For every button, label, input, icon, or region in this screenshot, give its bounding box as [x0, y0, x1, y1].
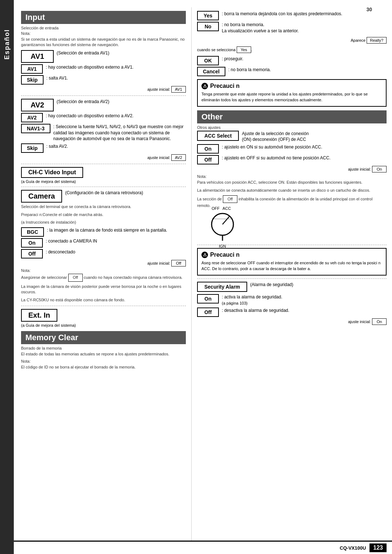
acc-on-label: On	[197, 144, 219, 154]
page-number-top: 30	[366, 7, 372, 12]
av1-desc: (Selección de entrada AV1)	[57, 50, 186, 56]
right-column: Yes : borra la memoria dejándola con los…	[192, 7, 392, 541]
camera-desc-0: : la imagen de la cámara de fondo está s…	[47, 227, 186, 233]
acc-select-button[interactable]: ACC Select	[197, 131, 239, 141]
yes-desc: : borra la memoria dejándola con los aju…	[222, 11, 387, 17]
av2-item-1: NAV1-3 : Seleccione la fuente NAV1, NAV2…	[21, 124, 186, 142]
security-on-desc: : activa la alarma de seguridad.(a págin…	[222, 294, 387, 306]
input-title: Input	[21, 11, 186, 24]
camera-label-2: Off	[21, 249, 43, 258]
acc-on-row: On : ajústelo en ON si su automóvil tien…	[197, 144, 387, 154]
cancel-desc: : no borra la memoria.	[228, 67, 387, 73]
av1-item-1: Skip : salta AV1.	[21, 75, 186, 85]
ok-row: OK : proseguir.	[197, 56, 387, 65]
av2-skip-label: Skip	[21, 143, 44, 153]
sidebar-tab: Español	[0, 0, 14, 554]
av2-skip-row: Skip : salta AV2.	[21, 143, 186, 153]
camera-label-0: BGC	[21, 227, 44, 237]
precaucion2-box: ⚠ Precauci n Aseg rese de seleccionar OF…	[197, 248, 387, 276]
security-off-label: Off	[197, 307, 219, 317]
acc-select-desc: Ajuste de la selección de conexión (ON) …	[242, 131, 387, 143]
acc-off-row: Off : ajústelo en OFF si su automóvil no…	[197, 155, 387, 164]
camera-item-1: On : conectado a CAMERA IN	[21, 238, 186, 248]
sep-3	[21, 187, 186, 187]
security-desc: (Alarma de seguridad)	[250, 282, 387, 288]
camera-desc-2: : desconectado	[46, 249, 186, 255]
acc-acc-label-diag: ACC	[222, 206, 231, 211]
footer-model: CQ-VX100U	[340, 545, 366, 551]
security-initial-val: On	[372, 318, 387, 325]
acc-off-label-diag: OFF	[212, 206, 220, 211]
ch-c-button[interactable]: CH-C Video Input	[21, 167, 83, 178]
ch-c-desc: (a Guía de mejora del sistema)	[21, 179, 186, 184]
av2-item-0: AV2 : hay conectado un dispositivo exter…	[21, 113, 186, 122]
other-subtitle: Otros ajustes	[197, 125, 387, 130]
sep-4	[21, 306, 186, 306]
input-subtitle: Selección de entrada	[21, 26, 186, 30]
cancel-button[interactable]: Cancel	[197, 67, 225, 76]
when-val: Yes	[237, 46, 251, 53]
precaucion1-text: Tenga presente que este ajuste repone la…	[201, 91, 382, 103]
camera-item-0: BGC : la imagen de la cámara de fondo es…	[21, 227, 186, 237]
appears-val: Really?	[367, 37, 387, 44]
camera-note-label: Nota:	[21, 268, 186, 273]
av2-desc: (Selección de entrada AV2)	[57, 99, 186, 105]
page: Español 30 Input Selección de entrada No…	[0, 0, 392, 554]
no-row: No : no borra la memoria. La visualizaci…	[197, 22, 387, 34]
av1-initial-label: ajuste inicial:	[147, 87, 170, 91]
precaucion1-box: ⚠ Precauci n Tenga presente que este aju…	[197, 79, 387, 107]
security-section: Security Alarm (Alarma de seguridad) On …	[197, 282, 387, 325]
acc-initial: ajuste inicial: On	[197, 166, 387, 172]
acc-on-desc: : ajústelo en ON si su automóvil tiene p…	[222, 144, 387, 150]
yes-button[interactable]: Yes	[197, 11, 219, 20]
no-desc: : no borra la memoria. La visualización …	[222, 22, 387, 34]
input-note-label: Nota:	[21, 31, 186, 36]
acc-diagram: OFF ACC IGN	[208, 212, 387, 242]
av2-row: AV2 (Selección de entrada AV2)	[21, 99, 186, 111]
memory-note-text: El código de ID no se borra al ejecutar …	[21, 364, 186, 370]
ext-in-button[interactable]: Ext. In	[21, 309, 57, 322]
av1-initial-val: AV1	[171, 86, 186, 93]
left-column: Input Selección de entrada Nota: Si se c…	[14, 7, 192, 541]
security-button[interactable]: Security Alarm	[197, 282, 247, 292]
other-title: Other	[197, 110, 387, 123]
warning-icon-2: ⚠	[201, 252, 208, 258]
security-on-row: On : activa la alarma de seguridad.(a pá…	[197, 294, 387, 306]
camera-initial-label: ajuste inicial:	[147, 261, 170, 265]
sep-right-2	[197, 278, 387, 279]
av1-row: AV1 (Selección de entrada AV1)	[21, 50, 186, 63]
camera-prep: Preparaci n:Conecte el cable de marcha a…	[21, 212, 186, 217]
security-off-desc: : desactiva la alarma de seguridad.	[222, 307, 387, 314]
security-initial: ajuste inicial: On	[197, 318, 387, 325]
memory-title: Memory Clear	[21, 331, 186, 344]
no-button[interactable]: No	[197, 22, 219, 31]
camera-note-0: Asegúrese de seleccionar Off cuando no h…	[21, 274, 186, 281]
av1-item-0: AV1 : hay conectado un dispositivo exter…	[21, 64, 186, 74]
main-content: 30 Input Selección de entrada Nota: Si s…	[14, 0, 392, 554]
precaucion1-title: ⚠ Precauci n	[201, 83, 382, 89]
security-off-row: Off : desactiva la alarma de seguridad.	[197, 307, 387, 317]
camera-desc: (Configuración de la cámara retrovisora)	[65, 190, 186, 196]
camera-sub: Selección del terminal que se conecta a …	[21, 204, 186, 209]
input-section: Input Selección de entrada Nota: Si se c…	[21, 11, 186, 327]
sidebar-tab-label: Español	[3, 29, 11, 60]
camera-note-1: La imagen de la cámara de visión posteri…	[21, 284, 186, 295]
camera-label-1: On	[21, 238, 43, 248]
av2-button[interactable]: AV2	[21, 99, 54, 111]
precaucion2-title: ⚠ Precauci n	[201, 252, 382, 258]
camera-button[interactable]: Camera	[21, 190, 62, 203]
av2-skip-desc: : salta AV2.	[46, 143, 186, 150]
acc-note-1: La alimentación se conecta automáticamen…	[197, 188, 387, 193]
when-line: cuando se selecciona Yes.	[197, 46, 387, 53]
ok-button[interactable]: OK	[197, 56, 219, 65]
acc-initial-val: On	[372, 166, 387, 172]
av1-button[interactable]: AV1	[21, 50, 54, 63]
camera-item-2: Off : desconectado	[21, 249, 186, 258]
av2-desc-0: : hay conectado un dispositivo externo a…	[46, 113, 186, 119]
acc-off-label: Off	[197, 155, 219, 164]
security-row: Security Alarm (Alarma de seguridad)	[197, 282, 387, 292]
warning-icon-1: ⚠	[201, 83, 208, 89]
acc-note-label: Nota:	[197, 174, 387, 179]
av2-label-0: AV2	[21, 113, 43, 122]
av2-label-1: NAV1-3	[21, 124, 50, 133]
